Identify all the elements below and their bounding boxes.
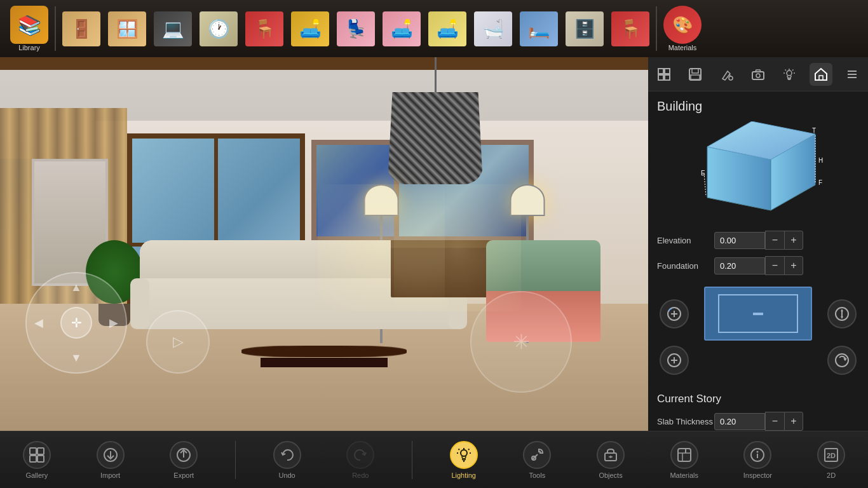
svg-line-16 xyxy=(785,69,787,71)
import-button[interactable]: Import xyxy=(88,441,133,479)
svg-rect-66 xyxy=(678,449,691,461)
foundation-label: Foundation xyxy=(657,261,714,271)
elevation-label: Elevation xyxy=(657,236,714,245)
library-icon: 📚 xyxy=(10,6,48,44)
pan-control[interactable]: ▷ xyxy=(146,310,210,374)
furniture-bathtub[interactable]: 🛁 xyxy=(474,11,512,46)
nav-arrow-left: ◀ xyxy=(34,316,43,330)
orbit-control[interactable]: ✳ xyxy=(470,291,572,393)
materials-bottom-icon xyxy=(670,441,698,469)
elevation-minus-button[interactable]: − xyxy=(765,231,784,250)
furniture-sofa-pink[interactable]: 🛋️ xyxy=(383,11,421,46)
svg-rect-0 xyxy=(658,69,663,74)
svg-rect-21 xyxy=(819,76,823,80)
objects-icon xyxy=(597,441,625,469)
nav-center-button[interactable]: ✛ xyxy=(60,307,92,339)
gallery-button[interactable]: Gallery xyxy=(15,441,59,479)
library-button[interactable]: 📚 Library xyxy=(10,6,48,51)
tool-home[interactable] xyxy=(810,63,832,86)
2d-button[interactable]: 2D 2D xyxy=(809,441,853,479)
add-floor-button[interactable] xyxy=(660,299,689,329)
svg-text:F: F xyxy=(818,179,822,186)
svg-point-10 xyxy=(756,74,760,78)
floor-plan-area xyxy=(689,287,827,341)
inspector-icon xyxy=(743,441,771,469)
materials-button[interactable]: 🎨 Materials xyxy=(663,6,702,51)
slab-thickness-row: Slab Thickness − + xyxy=(657,412,859,431)
elevation-plus-button[interactable]: + xyxy=(784,231,803,250)
tool-list[interactable] xyxy=(841,63,864,86)
svg-line-17 xyxy=(792,69,794,71)
inspector-label: Inspector xyxy=(743,471,772,479)
room-preview-svg: T H E F xyxy=(688,121,828,223)
redo-button[interactable]: Redo xyxy=(338,441,383,479)
slab-thickness-input[interactable] xyxy=(714,413,765,430)
svg-rect-46 xyxy=(30,456,36,462)
furniture-sofa-yellow[interactable]: 🛋️ xyxy=(428,11,466,46)
materials-bottom-button[interactable]: Materials xyxy=(662,441,707,479)
top-separator-2 xyxy=(656,6,657,51)
room-preview-3d: T H E F xyxy=(688,121,828,223)
tool-save[interactable] xyxy=(684,63,707,86)
svg-point-52 xyxy=(461,450,467,456)
tool-select[interactable] xyxy=(653,63,675,86)
lighting-button[interactable]: Lighting xyxy=(442,441,486,479)
pendant-lamp xyxy=(388,57,483,184)
2d-icon: 2D xyxy=(817,441,845,469)
furniture-cabinet[interactable]: 🗄️ xyxy=(566,11,604,46)
furniture-door[interactable]: 🚪 xyxy=(62,11,100,46)
top-bar: 📚 Library 🚪 🪟 💻 🕐 🪑 🛋️ 💺 🛋️ 🛋️ 🛁 🛏️ 🗄️ 🪑 xyxy=(0,0,868,57)
foundation-minus-button[interactable]: − xyxy=(765,256,784,275)
tool-paint[interactable] xyxy=(715,63,738,86)
sofa-arm-left xyxy=(130,278,149,329)
building-title: Building xyxy=(657,99,859,114)
floor-lamp-shade-right xyxy=(510,184,545,216)
export-button[interactable]: Export xyxy=(161,441,206,479)
slab-thickness-plus-button[interactable]: + xyxy=(784,412,803,431)
slab-thickness-minus-button[interactable]: − xyxy=(765,412,784,431)
coffee-table-top xyxy=(241,346,407,358)
foundation-input[interactable] xyxy=(714,257,765,274)
svg-text:H: H xyxy=(818,157,823,164)
undo-button[interactable]: Undo xyxy=(265,441,309,479)
bottom-separator-1 xyxy=(235,441,236,479)
import-label: Import xyxy=(100,471,120,479)
tools-label: Tools xyxy=(529,471,546,479)
armchair-yellow-icon: 🛋️ xyxy=(291,11,329,46)
floor-lamp-shade-left xyxy=(364,184,399,216)
svg-text:E: E xyxy=(701,170,705,177)
furniture-bed[interactable]: 🛏️ xyxy=(520,11,558,46)
tool-light[interactable] xyxy=(778,63,801,86)
inspector-button[interactable]: Inspector xyxy=(735,441,780,479)
furniture-window[interactable]: 🪟 xyxy=(108,11,146,46)
furniture-chair-red[interactable]: 🪑 xyxy=(245,11,283,46)
2d-label: 2D xyxy=(827,471,836,479)
svg-line-34 xyxy=(704,173,706,196)
tool-camera[interactable] xyxy=(747,63,770,86)
library-label: Library xyxy=(18,44,40,51)
furniture-laptop[interactable]: 💻 xyxy=(154,11,192,46)
window-icon: 🪟 xyxy=(108,11,146,46)
materials-icon: 🎨 xyxy=(663,6,702,44)
tools-button[interactable]: Tools xyxy=(515,441,559,479)
bottom-bar: Gallery Import Export xyxy=(0,431,868,488)
move-object-button[interactable] xyxy=(660,346,689,375)
transform-button[interactable] xyxy=(827,299,857,329)
elevation-input[interactable] xyxy=(714,232,765,249)
svg-point-7 xyxy=(729,76,733,80)
rotate-button[interactable] xyxy=(827,346,857,375)
furniture-chair-pink[interactable]: 💺 xyxy=(337,11,375,46)
chair-red2-icon: 🪑 xyxy=(611,11,649,46)
top-separator-1 xyxy=(55,6,56,51)
right-panel-toolbar xyxy=(648,57,868,92)
objects-button[interactable]: Objects xyxy=(588,441,633,479)
bed-icon: 🛏️ xyxy=(520,11,558,46)
furniture-armchair-yellow[interactable]: 🛋️ xyxy=(291,11,329,46)
redo-icon xyxy=(346,441,374,469)
lamp-shade xyxy=(388,92,483,184)
foundation-plus-button[interactable]: + xyxy=(784,256,803,275)
gallery-icon xyxy=(23,441,51,469)
navigation-joystick[interactable]: ▲ ▼ ◀ ▶ ✛ xyxy=(25,272,127,374)
furniture-clock[interactable]: 🕐 xyxy=(200,11,238,46)
furniture-chair-red2[interactable]: 🪑 xyxy=(611,11,649,46)
